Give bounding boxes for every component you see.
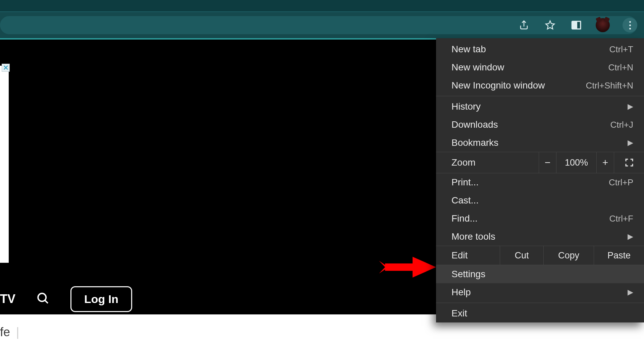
edit-paste-button[interactable]: Paste: [594, 246, 644, 265]
edit-label: Edit: [436, 250, 500, 261]
browser-tab-strip: [0, 0, 644, 11]
menu-exit[interactable]: Exit: [436, 304, 644, 322]
search-icon[interactable]: [36, 291, 50, 307]
ad-slot: ✕: [0, 66, 9, 263]
chevron-right-icon: ▶: [628, 232, 633, 241]
menu-new-window[interactable]: New window Ctrl+N: [436, 58, 644, 76]
star-icon[interactable]: [543, 18, 557, 32]
menu-separator: [436, 303, 644, 303]
chevron-right-icon: ▶: [628, 102, 633, 111]
menu-history[interactable]: History ▶: [436, 98, 644, 116]
menu-zoom-row: Zoom − 100% +: [436, 152, 644, 173]
sidepanel-icon[interactable]: [570, 18, 583, 32]
ad-close-button[interactable]: ✕: [2, 64, 10, 72]
chevron-right-icon: ▶: [628, 138, 633, 147]
chrome-menu: New tab Ctrl+T New window Ctrl+N New Inc…: [436, 38, 644, 322]
zoom-label: Zoom: [436, 157, 539, 168]
menu-more-tools[interactable]: More tools ▶: [436, 228, 644, 246]
chevron-right-icon: ▶: [628, 288, 633, 297]
menu-new-incognito[interactable]: New Incognito window Ctrl+Shift+N: [436, 76, 644, 95]
zoom-out-button[interactable]: −: [539, 152, 556, 173]
edit-cut-button[interactable]: Cut: [500, 246, 543, 265]
browser-toolbar: [0, 11, 644, 38]
login-button[interactable]: Log In: [70, 286, 132, 312]
menu-downloads[interactable]: Downloads Ctrl+J: [436, 116, 644, 134]
menu-cast[interactable]: Cast...: [436, 191, 644, 209]
share-icon[interactable]: [517, 18, 531, 32]
svg-rect-1: [577, 21, 580, 29]
svg-point-2: [38, 293, 46, 301]
menu-edit-row: Edit Cut Copy Paste: [436, 246, 644, 265]
nav-tv-link[interactable]: TV: [0, 292, 15, 306]
zoom-in-button[interactable]: +: [596, 152, 614, 173]
edit-copy-button[interactable]: Copy: [543, 246, 594, 265]
menu-kebab-icon[interactable]: [623, 18, 637, 33]
profile-avatar[interactable]: [596, 18, 610, 32]
menu-print[interactable]: Print... Ctrl+P: [436, 173, 644, 191]
menu-settings[interactable]: Settings: [436, 265, 644, 283]
menu-bookmarks[interactable]: Bookmarks ▶: [436, 134, 644, 152]
menu-new-tab[interactable]: New tab Ctrl+T: [436, 40, 644, 58]
zoom-percent: 100%: [556, 152, 596, 173]
menu-find[interactable]: Find... Ctrl+F: [436, 209, 644, 228]
menu-help[interactable]: Help ▶: [436, 283, 644, 301]
text-fragment: fe|: [0, 325, 19, 339]
fullscreen-icon[interactable]: [614, 152, 644, 173]
menu-separator: [436, 96, 644, 96]
